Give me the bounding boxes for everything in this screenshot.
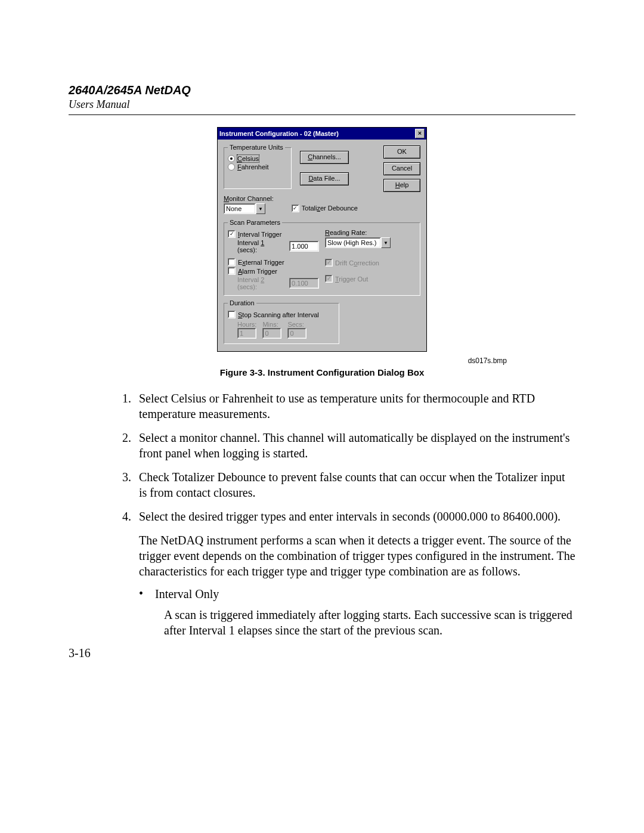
radio-dot-selected-icon — [228, 155, 235, 162]
radio-celsius[interactable]: Celsius — [228, 155, 287, 162]
chevron-down-icon[interactable]: ▼ — [256, 203, 265, 214]
checkbox-icon — [228, 267, 236, 275]
header-rule — [69, 114, 575, 115]
bullet-item: • Interval Only — [139, 587, 575, 601]
doc-title: 2640A/2645A NetDAQ — [69, 83, 575, 97]
drift-correction-checkbox: ✓ Drift Correction — [325, 259, 416, 267]
list-item: Check Totalizer Debounce to prevent fals… — [134, 469, 575, 500]
bullet-icon: • — [139, 587, 143, 601]
secs-label: Secs: — [287, 321, 306, 328]
help-button[interactable]: Help — [383, 179, 420, 192]
checkbox-disabled-icon: ✓ — [325, 275, 333, 283]
bullet-body: A scan is triggered immediately after lo… — [164, 607, 575, 638]
list-item: Select the desired trigger types and ent… — [134, 509, 575, 524]
reading-rate-label: Reading Rate: — [325, 229, 416, 236]
interval2-label: Interval 2 (secs): — [237, 276, 286, 290]
dialog-title: Instrument Configuration - 02 (Master) — [219, 130, 339, 137]
checkbox-checked-icon: ✓ — [228, 230, 236, 238]
channels-button[interactable]: Channels... — [300, 151, 349, 164]
figure-caption: Figure 3-3. Instrument Configuration Dia… — [69, 367, 575, 377]
hours-input: 1 — [237, 328, 256, 339]
scan-params-group-label: Scan Parameters — [228, 219, 282, 226]
image-filename: ds017s.bmp — [69, 357, 507, 365]
list-item: Select Celsius or Fahrenheit to use as t… — [134, 391, 575, 422]
duration-group-label: Duration — [228, 299, 256, 306]
checkbox-icon — [228, 258, 236, 266]
radio-fahrenheit[interactable]: Fahrenheit — [228, 163, 287, 171]
checkbox-disabled-icon: ✓ — [325, 259, 333, 267]
close-icon[interactable]: × — [415, 129, 425, 138]
totalizer-debounce-checkbox[interactable]: ✓ Totalizer Debounce — [292, 205, 358, 212]
list-item: Select a monitor channel. This channel w… — [134, 430, 575, 461]
mins-input: 0 — [262, 328, 281, 339]
mins-label: Mins: — [262, 321, 281, 328]
doc-subtitle: Users Manual — [69, 98, 575, 111]
bullet-label: Interval Only — [155, 587, 219, 601]
hours-label: Hours: — [237, 321, 256, 328]
interval1-input[interactable]: 1.000 — [289, 241, 319, 252]
radio-dot-icon — [228, 163, 235, 171]
stop-scan-checkbox[interactable]: Stop Scanning after Interval — [228, 311, 335, 318]
instruction-list: Select Celsius or Fahrenheit to use as t… — [69, 391, 575, 524]
monitor-channel-select[interactable]: None — [224, 203, 256, 214]
secs-input: 0 — [287, 328, 306, 339]
interval-trigger-checkbox[interactable]: ✓ Interval Trigger — [228, 230, 319, 238]
config-dialog: Instrument Configuration - 02 (Master) ×… — [217, 127, 427, 352]
external-trigger-checkbox[interactable]: External Trigger — [228, 258, 319, 266]
page-number: 3-16 — [69, 646, 91, 660]
ok-button[interactable]: OK — [383, 145, 420, 159]
interval2-input: 0.100 — [289, 278, 319, 289]
interval1-label: Interval 1 (secs): — [237, 239, 286, 253]
temp-units-group-label: Temperature Units — [228, 144, 285, 151]
checkbox-icon — [228, 311, 236, 318]
alarm-trigger-checkbox[interactable]: Alarm Trigger — [228, 267, 319, 275]
monitor-channel-label: Monitor Channel: — [224, 195, 274, 202]
reading-rate-select[interactable]: Slow (High Res.) — [325, 237, 381, 248]
body-paragraph: The NetDAQ instrument performs a scan wh… — [139, 532, 575, 579]
checkbox-checked-icon: ✓ — [292, 205, 299, 212]
trigger-out-checkbox: ✓ Trigger Out — [325, 275, 416, 283]
dialog-titlebar: Instrument Configuration - 02 (Master) × — [218, 128, 426, 140]
chevron-down-icon[interactable]: ▼ — [381, 237, 391, 248]
cancel-button[interactable]: Cancel — [383, 162, 420, 175]
data-file-button[interactable]: Data File... — [300, 172, 349, 185]
